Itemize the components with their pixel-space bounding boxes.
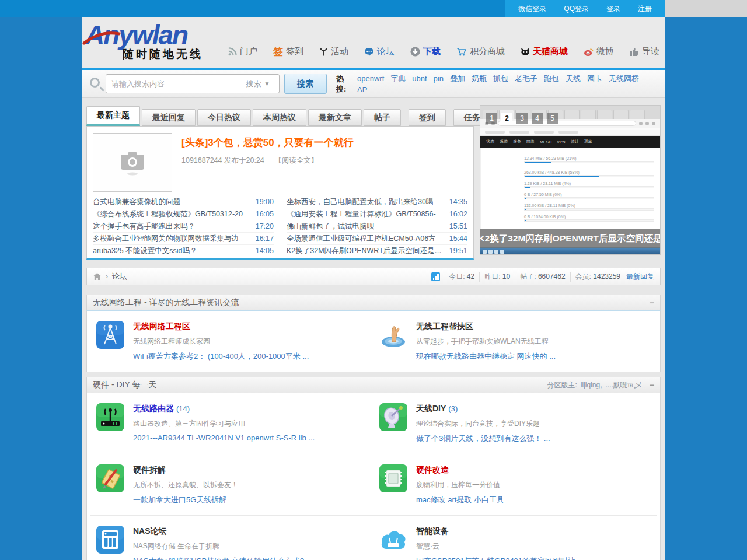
router-icon[interactable]: [96, 403, 124, 431]
tools-icon[interactable]: [96, 464, 124, 492]
hot-keyword[interactable]: 奶瓶: [472, 74, 487, 83]
forum-name-link[interactable]: 天线DIY: [416, 404, 446, 413]
topic-time[interactable]: 16:05: [256, 208, 274, 220]
carousel-page-button[interactable]: 3: [516, 113, 528, 124]
image-carousel[interactable]: 1 2 3 4 5 状态系统服务网络MESHVPN统计退出: [480, 105, 661, 255]
topic-time[interactable]: 16:02: [449, 208, 467, 220]
forum-name-link[interactable]: 硬件拆解: [133, 465, 166, 474]
topic-time[interactable]: 15:51: [449, 220, 467, 232]
hot-keyword[interactable]: AP: [357, 85, 367, 94]
chip-icon[interactable]: [379, 464, 407, 492]
register-link[interactable]: 注册: [629, 4, 661, 14]
forum-last-post-link[interactable]: mac修改 art提取 小白工具: [416, 495, 504, 505]
login-link[interactable]: 登录: [598, 4, 629, 14]
helping-hand-icon[interactable]: [379, 321, 407, 349]
topic-link[interactable]: 《通用安装工程工程量计算标准》GB/T50856-: [287, 208, 436, 220]
hot-keyword[interactable]: ubnt: [412, 74, 427, 83]
site-logo[interactable]: Anywlan 随时随地无线: [85, 21, 203, 62]
wechat-login-link[interactable]: 微信登录: [509, 4, 555, 14]
hot-keyword[interactable]: 无线网桥: [609, 74, 639, 83]
latest-replies-link[interactable]: 最新回复: [626, 272, 654, 282]
carousel-page-button[interactable]: 1: [486, 113, 497, 124]
nav-item-activity[interactable]: 活动: [319, 46, 348, 57]
breadcrumb-forum-link[interactable]: 论坛: [112, 271, 127, 282]
carousel-page-button-active[interactable]: 2: [501, 113, 512, 124]
tab-recent-replies[interactable]: 最近回复: [142, 109, 196, 126]
forum-name-link[interactable]: 无线路由器: [133, 404, 174, 413]
hot-keyword[interactable]: pin: [434, 74, 444, 83]
nav-item-signin[interactable]: 签 签到: [273, 45, 303, 58]
nav-item-tmall[interactable]: 天猫商城: [521, 46, 568, 57]
signin-button[interactable]: 签到: [409, 109, 446, 126]
forum-last-post-link[interactable]: 做了个3铜片天线，没想到有这么强！ ...: [416, 433, 550, 444]
forum-last-post-link[interactable]: 2021---AR9344 TL-WR2041N V1 openwrt S-S-…: [133, 433, 315, 442]
forum-last-post-link[interactable]: 现在哪款无线路由器中继稳定 网速快的 ...: [416, 351, 556, 362]
topic-time[interactable]: 17:20: [256, 220, 274, 232]
section-title[interactable]: 无线网络工程 - 详尽的无线工程资讯交流: [93, 298, 239, 308]
forum-today-count[interactable]: (14): [176, 404, 190, 413]
hot-keyword[interactable]: 叠加: [450, 74, 465, 83]
topic-link[interactable]: K2换了32M闪存刷OPENWRT后显示空间还是特小: [287, 245, 444, 257]
forum-name-link[interactable]: 无线工程帮扶区: [416, 321, 473, 331]
tab-latest-articles[interactable]: 最新文章: [308, 109, 362, 126]
topic-time[interactable]: 16:17: [256, 233, 274, 244]
nav-item-forum[interactable]: 论坛: [364, 46, 395, 57]
topic-link[interactable]: aruba325 不能设置中文ssid吗？: [93, 245, 197, 257]
home-icon[interactable]: [93, 272, 102, 281]
read-all-link[interactable]: 【阅读全文】: [274, 156, 318, 164]
forum-name-link[interactable]: 无线网络工程区: [133, 321, 190, 331]
carousel-caption[interactable]: K2换了32M闪存刷OPENWRT后显示空间还是: [480, 229, 660, 249]
topic-time[interactable]: 19:00: [256, 196, 274, 208]
satellite-dish-icon[interactable]: [379, 403, 407, 431]
section-title[interactable]: 硬件 - DIY 每一天: [93, 380, 156, 390]
forum-last-post-link[interactable]: 一款加拿大进口5G天线拆解: [133, 495, 238, 505]
hot-keyword[interactable]: 网卡: [587, 74, 602, 83]
forum-name-link[interactable]: 硬件改造: [416, 465, 449, 474]
forum-today-count[interactable]: (3): [448, 404, 458, 413]
collapse-button[interactable]: −: [650, 380, 654, 390]
forum-last-post-link[interactable]: NAS大盘+黑群晖USB挂硬盘 高速传输用什么方式?: [133, 556, 304, 560]
tab-hot-today[interactable]: 今日热议: [197, 109, 251, 126]
hot-keyword[interactable]: 跑包: [544, 74, 559, 83]
nav-item-weibo[interactable]: 微博: [584, 46, 614, 57]
topic-time[interactable]: 19:51: [449, 245, 467, 257]
hot-keyword[interactable]: 字典: [390, 74, 406, 83]
search-button[interactable]: 搜索: [284, 74, 327, 94]
hot-keyword[interactable]: 天线: [566, 74, 581, 83]
topic-time[interactable]: 15:44: [449, 233, 467, 244]
topic-link[interactable]: 坐标西安，自己电脑配置太低，跑出来给30喝: [287, 196, 433, 208]
search-scope-select[interactable]: 搜索 ▼: [246, 79, 279, 89]
posts-button[interactable]: 帖子: [364, 109, 401, 126]
topic-link[interactable]: 台式电脑兼容摄像机的问题: [93, 196, 180, 208]
tab-latest-topics[interactable]: 最新主题: [86, 106, 140, 126]
topic-link[interactable]: 这个握手包有高手能跑出来吗？: [93, 220, 195, 232]
search-input[interactable]: [106, 79, 246, 88]
carousel-page-button[interactable]: 5: [547, 113, 558, 124]
topic-link[interactable]: 《综合布线系统工程验收规范》GB/T50312-20: [93, 208, 243, 220]
hot-keyword[interactable]: 老毛子: [515, 74, 537, 83]
moderator-link[interactable]: lijiqing,: [581, 381, 602, 389]
nav-item-points-mall[interactable]: 积分商城: [456, 46, 505, 57]
forum-last-post-link[interactable]: 国产GSP2501与英五特GP2401的兼容区别时让: [416, 556, 575, 560]
topic-time[interactable]: 14:05: [256, 245, 274, 257]
headline-title-link[interactable]: [头条]3个包，悬赏50，只要有一个就行: [181, 136, 354, 149]
topic-link[interactable]: 全场景通信工业级可编程工控机ECM50-A06方: [287, 233, 436, 244]
qq-login-link[interactable]: QQ登录: [555, 4, 598, 14]
moderator-link[interactable]: ....默唲℡乄: [605, 380, 641, 390]
forum-name-link[interactable]: NAS论坛: [133, 526, 167, 536]
carousel-page-button[interactable]: 4: [532, 113, 543, 124]
topic-link[interactable]: 多模融合工业智能网关的物联网数据采集与边: [93, 233, 239, 244]
cloud-router-icon[interactable]: [379, 526, 407, 554]
hot-keyword[interactable]: openwrt: [357, 74, 384, 83]
hot-keyword[interactable]: 抓包: [493, 74, 508, 83]
headline-thumbnail[interactable]: [93, 133, 172, 192]
topic-link[interactable]: 佛山新鲜包子，试试电脑呗: [287, 220, 374, 232]
nav-item-download[interactable]: 下载: [410, 46, 441, 57]
nav-item-portal[interactable]: 门户: [228, 46, 257, 57]
nas-server-icon[interactable]: [96, 526, 124, 554]
collapse-button[interactable]: −: [650, 298, 654, 307]
forum-last-post-link[interactable]: WiFi覆盖方案参考2： (100-400人，200-1000平米 ...: [133, 351, 309, 362]
forum-name-link[interactable]: 智能设备: [416, 526, 449, 536]
topic-time[interactable]: 14:35: [449, 196, 467, 208]
nav-item-guide[interactable]: 导读: [630, 46, 659, 57]
